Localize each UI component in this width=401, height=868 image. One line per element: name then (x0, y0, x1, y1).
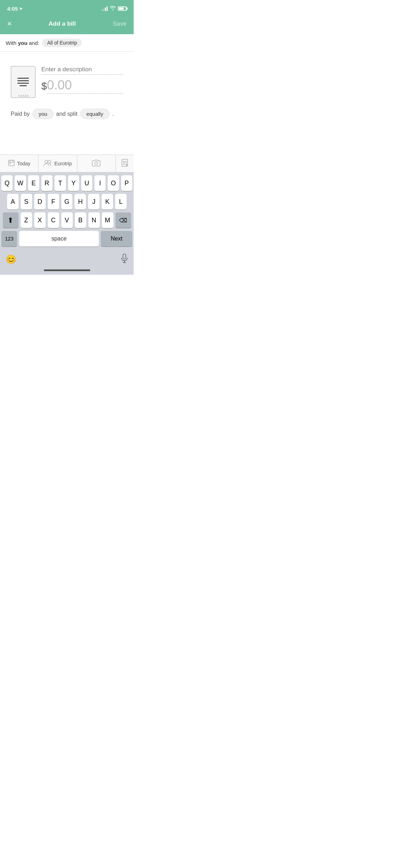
key-j[interactable]: J (88, 194, 99, 210)
status-bar: 4:05 ➤ (0, 0, 134, 16)
keyboard-row-2: A S D F G H J K L (1, 194, 132, 210)
page-title: Add a bill (48, 20, 76, 27)
description-input[interactable] (41, 66, 123, 75)
status-time: 4:05 ➤ (7, 6, 22, 12)
key-l[interactable]: L (115, 194, 127, 210)
key-w[interactable]: W (15, 175, 26, 191)
backspace-key[interactable]: ⌫ (115, 212, 131, 228)
status-icons (101, 6, 127, 11)
toolbar-group[interactable]: Eurotrip (38, 155, 77, 172)
key-a[interactable]: A (7, 194, 19, 210)
paid-by-row: Paid by you and split equally . (7, 109, 117, 119)
svg-point-7 (95, 162, 98, 165)
description-amount-area: $ 0.00 (41, 66, 123, 94)
amount-row: $ 0.00 (41, 78, 123, 94)
keyboard-row-3: ⬆ Z X C V B N M ⌫ (1, 212, 132, 228)
key-y[interactable]: Y (68, 175, 79, 191)
period: . (112, 111, 114, 117)
home-indicator (0, 267, 134, 275)
toolbar-calendar-label: Today (17, 161, 30, 166)
battery-icon (118, 6, 127, 11)
and-split-label: and split (56, 111, 78, 117)
key-f[interactable]: F (48, 194, 59, 210)
key-g[interactable]: G (61, 194, 73, 210)
key-q[interactable]: Q (1, 175, 12, 191)
key-c[interactable]: C (48, 212, 59, 228)
amount-value[interactable]: 0.00 (47, 78, 123, 94)
keyboard-extras: 😊 (0, 251, 134, 267)
receipt-lines-icon (17, 78, 29, 86)
key-v[interactable]: V (61, 212, 73, 228)
keyboard-toolbar: Today Eurotrip (0, 155, 134, 172)
nav-bar: × Add a bill Save (0, 16, 134, 34)
group-icon (43, 160, 52, 168)
key-o[interactable]: O (108, 175, 119, 191)
key-h[interactable]: H (74, 194, 86, 210)
key-i[interactable]: I (94, 175, 106, 191)
key-e[interactable]: E (28, 175, 39, 191)
emoji-key[interactable]: 😊 (6, 254, 16, 264)
toolbar-calendar[interactable]: Today (0, 155, 38, 172)
currency-symbol: $ (41, 81, 47, 92)
with-label: With you and: (6, 40, 39, 46)
key-t[interactable]: T (55, 175, 66, 191)
location-arrow-icon: ➤ (19, 6, 22, 11)
wifi-icon (110, 6, 116, 11)
payer-selector[interactable]: you (32, 109, 53, 119)
signal-icon (101, 6, 108, 11)
close-button[interactable]: × (7, 19, 12, 29)
svg-point-6 (48, 160, 51, 163)
key-p[interactable]: P (121, 175, 132, 191)
toolbar-notes[interactable] (116, 155, 134, 172)
camera-icon (92, 159, 101, 168)
mic-key[interactable] (121, 254, 128, 265)
key-u[interactable]: U (81, 175, 92, 191)
toolbar-camera[interactable] (77, 155, 116, 172)
main-content: ∧∧∧∧∧ $ 0.00 Paid by you and split equal… (0, 52, 134, 126)
paid-by-label: Paid by (11, 111, 30, 117)
key-k[interactable]: K (102, 194, 113, 210)
key-b[interactable]: B (75, 212, 86, 228)
key-z[interactable]: Z (21, 212, 32, 228)
with-bar: With you and: All of Eurotrip (0, 34, 134, 52)
key-x[interactable]: X (34, 212, 46, 228)
receipt-icon: ∧∧∧∧∧ (11, 66, 36, 98)
spacer (0, 126, 134, 155)
key-m[interactable]: M (102, 212, 113, 228)
key-n[interactable]: N (88, 212, 100, 228)
space-key[interactable]: space (19, 231, 99, 247)
key-s[interactable]: S (21, 194, 32, 210)
calendar-icon (8, 159, 15, 168)
next-key[interactable]: Next (101, 231, 132, 247)
home-bar (44, 269, 90, 271)
bill-entry-area: ∧∧∧∧∧ $ 0.00 (7, 66, 127, 98)
notes-icon (121, 159, 128, 169)
key-d[interactable]: D (34, 194, 46, 210)
svg-point-5 (45, 160, 48, 163)
receipt-zigzag: ∧∧∧∧∧ (18, 94, 29, 98)
svg-rect-0 (9, 160, 14, 166)
keyboard-row-4: 123 space Next (1, 231, 132, 247)
svg-rect-4 (10, 163, 11, 164)
save-button[interactable]: Save (113, 20, 127, 27)
keyboard: Q W E R T Y U I O P A S D F G H J K L ⬆ … (0, 172, 134, 251)
key-r[interactable]: R (41, 175, 52, 191)
numbers-key[interactable]: 123 (1, 231, 17, 247)
shift-key[interactable]: ⬆ (3, 212, 19, 228)
group-selector[interactable]: All of Eurotrip (42, 38, 82, 47)
toolbar-group-label: Eurotrip (54, 161, 72, 166)
split-method-selector[interactable]: equally (80, 109, 109, 119)
svg-rect-12 (123, 254, 126, 259)
keyboard-row-1: Q W E R T Y U I O P (1, 175, 132, 191)
